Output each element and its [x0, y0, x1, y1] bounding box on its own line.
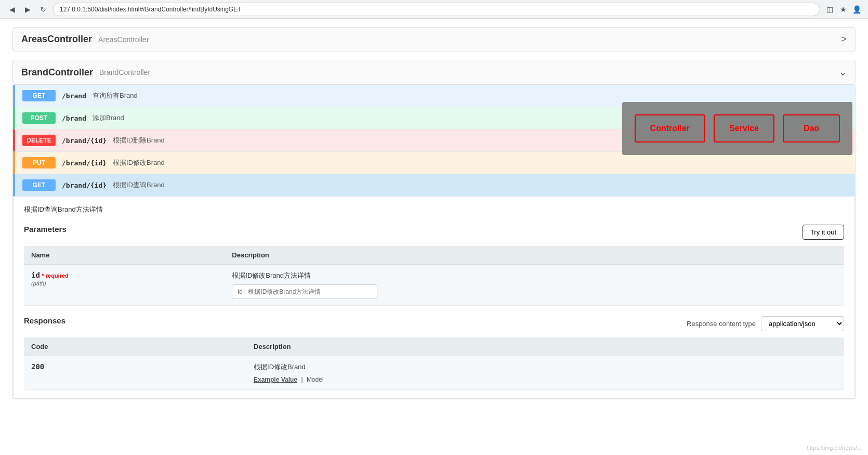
- brand-controller-chevron: ⌄: [839, 67, 847, 78]
- main-content: AreasController AreasController > BrandC…: [0, 19, 868, 416]
- brand-controller-header[interactable]: BrandController BrandController ⌄: [12, 60, 856, 85]
- response-content-type: Response content type application/json: [687, 316, 844, 331]
- popup-card-controller-label: Controller: [650, 124, 690, 133]
- response-content-label: Response content type: [687, 320, 756, 328]
- areas-controller-tag: AreasController: [98, 35, 149, 44]
- endpoint-desc-put-brand: 根据ID修改Brand: [113, 158, 165, 167]
- brand-controller-title: BrandController BrandController: [21, 67, 150, 78]
- param-location: (path): [31, 280, 46, 287]
- params-table: Name Description id * required (path): [24, 246, 844, 306]
- example-model-separator: |: [301, 376, 303, 383]
- areas-controller-header[interactable]: AreasController AreasController >: [12, 27, 856, 51]
- endpoint-path-put-brand: /brand/{id}: [62, 159, 107, 167]
- bookmark-icon[interactable]: ★: [838, 4, 848, 15]
- endpoint-summary: 根据ID查询Brand方法详情: [24, 205, 844, 214]
- endpoint-detail: 根据ID查询Brand方法详情 Parameters Try it out Na…: [13, 197, 855, 399]
- url-bar[interactable]: [53, 3, 820, 16]
- endpoint-path-post-brand: /brand: [62, 114, 86, 122]
- param-desc-cell: 根据ID修改Brand方法详情: [225, 265, 844, 306]
- popup-card-service[interactable]: Service: [714, 114, 774, 142]
- back-button[interactable]: ◀: [6, 4, 18, 15]
- response-desc-cell: 根据ID修改Brand Example Value | Model: [246, 356, 844, 390]
- endpoint-desc-get-brand-id: 根据ID查询Brand: [113, 180, 165, 190]
- try-it-out-button[interactable]: Try it out: [803, 225, 844, 240]
- endpoint-desc-get-brand: 查询所有Brand: [93, 91, 138, 100]
- popup-card-dao[interactable]: Dao: [783, 114, 840, 142]
- areas-controller-name: AreasController: [21, 34, 92, 45]
- example-value-links: Example Value | Model: [254, 376, 837, 383]
- endpoint-desc-post-brand: 添加Brand: [93, 113, 124, 123]
- response-row-200: 200 根据ID修改Brand Example Value | Model: [24, 356, 844, 390]
- popup-overlay: Controller Service Dao: [622, 102, 852, 155]
- desc-column-header: Description: [246, 337, 844, 356]
- responses-label: Responses: [24, 316, 65, 325]
- brand-controller-name: BrandController: [21, 67, 93, 78]
- parameters-label: Parameters: [24, 225, 67, 233]
- response-description: 根据ID修改Brand: [254, 362, 837, 372]
- forward-button[interactable]: ▶: [22, 4, 33, 15]
- endpoint-put-brand[interactable]: PUT /brand/{id} 根据ID修改Brand: [13, 152, 855, 174]
- endpoint-path-delete-brand: /brand/{id}: [62, 137, 107, 145]
- areas-controller-title: AreasController AreasController: [21, 34, 149, 45]
- code-column-header: Code: [24, 337, 246, 356]
- responses-table: Code Description 200 根据ID修改Brand: [24, 337, 844, 390]
- method-badge-delete-brand: DELETE: [22, 135, 56, 146]
- model-link[interactable]: Model: [307, 376, 324, 383]
- method-badge-put-brand: PUT: [22, 157, 56, 168]
- param-name-cell: id * required (path): [24, 265, 225, 306]
- endpoint-desc-delete-brand: 根据ID删除Brand: [113, 136, 165, 145]
- method-badge-post-brand: POST: [22, 112, 56, 124]
- name-column-header: Name: [24, 246, 225, 265]
- popup-card-controller[interactable]: Controller: [635, 114, 705, 142]
- response-code: 200: [31, 362, 44, 371]
- responses-section: Responses Response content type applicat…: [24, 316, 844, 390]
- reload-button[interactable]: ↻: [37, 4, 49, 15]
- example-value-link[interactable]: Example Value: [254, 376, 297, 383]
- responses-header: Responses Response content type applicat…: [24, 316, 844, 331]
- param-row-id: id * required (path) 根据ID修改Brand方法详情: [24, 265, 844, 306]
- response-content-select[interactable]: application/json: [761, 316, 844, 331]
- method-badge-get-brand: GET: [22, 90, 56, 101]
- required-badge: * required: [42, 272, 68, 279]
- popup-card-dao-label: Dao: [804, 124, 819, 133]
- extensions-icon[interactable]: ◫: [824, 4, 835, 15]
- browser-chrome: ◀ ▶ ↻ ◫ ★ 👤: [0, 0, 868, 19]
- popup-card-service-label: Service: [729, 124, 759, 133]
- endpoint-path-get-brand-id: /brand/{id}: [62, 181, 107, 189]
- brand-controller-tag: BrandController: [99, 68, 150, 76]
- endpoint-path-get-brand: /brand: [62, 92, 86, 100]
- param-input-id[interactable]: [232, 284, 377, 299]
- method-badge-get-brand-id: GET: [22, 179, 56, 191]
- description-column-header: Description: [225, 246, 844, 265]
- parameters-header: Parameters Try it out: [24, 225, 844, 240]
- param-name: id: [31, 271, 40, 279]
- endpoint-get-brand-id[interactable]: GET /brand/{id} 根据ID查询Brand: [13, 174, 855, 197]
- param-description: 根据ID修改Brand方法详情: [232, 271, 837, 280]
- response-code-cell: 200: [24, 356, 246, 390]
- areas-controller-section: AreasController AreasController >: [12, 27, 856, 51]
- areas-controller-chevron: >: [841, 34, 847, 45]
- profile-icon[interactable]: 👤: [851, 4, 862, 15]
